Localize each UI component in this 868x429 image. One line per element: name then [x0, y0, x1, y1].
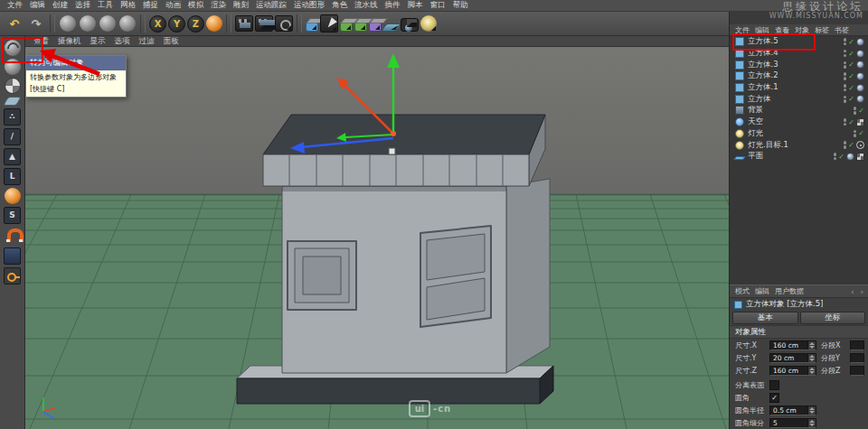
menu-item-渲染[interactable]: 渲染 [207, 0, 230, 11]
live-selection-icon[interactable] [60, 15, 76, 32]
model-mode-icon[interactable] [5, 59, 21, 75]
add-floor-icon[interactable] [381, 23, 401, 32]
auto-key-icon[interactable] [4, 267, 21, 284]
editor-visibility-dot[interactable] [834, 153, 837, 156]
am-menu-item-编辑[interactable]: 编辑 [752, 286, 772, 296]
menu-item-动画[interactable]: 动画 [162, 0, 184, 11]
render-visibility-dot[interactable] [844, 42, 847, 46]
am-menu-item-用户数据[interactable]: 用户数据 [772, 286, 807, 296]
menu-item-编辑[interactable]: 编辑 [26, 0, 49, 11]
move-tool-icon[interactable] [80, 15, 96, 32]
visibility-dots[interactable] [844, 95, 847, 103]
render-visibility-dot[interactable] [844, 89, 847, 92]
menu-item-角色[interactable]: 角色 [328, 0, 351, 11]
add-array-icon[interactable] [354, 22, 367, 32]
visibility-dots[interactable] [844, 83, 847, 91]
om-menu-item-书签[interactable]: 书签 [832, 25, 852, 35]
render-visibility-dot[interactable] [844, 77, 847, 80]
attr-input[interactable]: 160 cm [769, 366, 816, 376]
viewport-menu-item-摄像机[interactable]: 摄像机 [53, 36, 86, 47]
om-menu-item-编辑[interactable]: 编辑 [752, 25, 772, 35]
menu-item-捕捉[interactable]: 捕捉 [139, 0, 162, 11]
phong-tag-icon[interactable] [856, 61, 864, 69]
rotate-tool-icon[interactable] [119, 15, 136, 32]
object-row[interactable]: 立方体.3✓ [730, 59, 868, 70]
coordinate-system-icon[interactable] [206, 15, 222, 32]
render-view-icon[interactable] [235, 15, 253, 32]
object-row[interactable]: 灯光.目标.1✓ [730, 139, 868, 151]
editor-visibility-dot[interactable] [844, 72, 847, 76]
add-subdivision-surface-icon[interactable] [340, 22, 353, 32]
om-menu-item-文件[interactable]: 文件 [732, 25, 752, 35]
editor-visibility-dot[interactable] [844, 141, 847, 145]
viewport-menu-item-显示[interactable]: 显示 [86, 36, 110, 47]
gizmo-origin[interactable] [391, 131, 396, 136]
object-row[interactable]: 灯光✓ [730, 128, 868, 140]
render-visibility-dot[interactable] [844, 99, 847, 103]
editor-visibility-dot[interactable] [854, 107, 857, 110]
editor-visibility-dot[interactable] [854, 130, 857, 134]
menu-item-文件[interactable]: 文件 [4, 0, 26, 11]
menu-item-运动跟踪[interactable]: 运动跟踪 [252, 0, 290, 11]
spinner[interactable] [807, 419, 816, 427]
render-visibility-dot[interactable] [834, 157, 837, 161]
visibility-dots[interactable] [844, 72, 847, 80]
viewport-menu-item-面板[interactable]: 面板 [159, 36, 184, 47]
menu-item-插件[interactable]: 插件 [382, 0, 404, 11]
render-visibility-dot[interactable] [844, 65, 847, 69]
menu-item-工具[interactable]: 工具 [94, 0, 117, 11]
visibility-dots[interactable] [844, 117, 847, 126]
texture-tag-icon[interactable] [856, 153, 864, 161]
visibility-dots[interactable] [844, 49, 847, 57]
lock-z-axis-icon[interactable]: Z [187, 15, 204, 33]
enabled-check-icon[interactable]: ✓ [838, 153, 844, 161]
render-settings-icon[interactable] [275, 15, 293, 32]
phong-tag-icon[interactable] [856, 84, 864, 92]
texture-mode-icon[interactable] [5, 78, 21, 94]
checkbox[interactable]: ✓ [769, 393, 779, 403]
checkbox[interactable] [769, 380, 779, 390]
object-row[interactable]: 背景✓ [730, 105, 868, 117]
object-row[interactable]: 平面✓ [730, 151, 868, 163]
tab-coordinates[interactable]: 坐标 [800, 312, 866, 324]
phong-tag-icon[interactable] [846, 153, 854, 161]
visibility-dots[interactable] [854, 107, 857, 115]
om-menu-item-查看[interactable]: 查看 [772, 25, 792, 35]
edges-mode-icon[interactable]: / [4, 128, 21, 145]
render-visibility-dot[interactable] [844, 54, 847, 58]
menu-item-运动图形[interactable]: 运动图形 [290, 0, 328, 11]
om-menu-item-标签[interactable]: 标签 [812, 25, 832, 35]
object-row[interactable]: 立方体.5✓ [730, 36, 868, 48]
menu-item-雕刻[interactable]: 雕刻 [230, 0, 252, 11]
attr-input[interactable]: 160 cm [769, 340, 816, 350]
menu-item-流水线[interactable]: 流水线 [351, 0, 382, 11]
target-tag-icon[interactable] [856, 141, 864, 149]
render-visibility-dot[interactable] [854, 134, 857, 137]
menu-item-窗口[interactable]: 窗口 [427, 0, 449, 11]
add-camera-icon[interactable] [401, 18, 419, 32]
spinner[interactable] [807, 341, 816, 350]
spinner[interactable] [807, 406, 816, 415]
visibility-dots[interactable] [854, 129, 857, 137]
history-nav-icons[interactable]: ‹ › [851, 287, 865, 296]
render-visibility-dot[interactable] [844, 123, 847, 126]
add-deformer-icon[interactable] [369, 22, 382, 32]
editor-visibility-dot[interactable] [844, 38, 847, 42]
viewport-menu-item-选项[interactable]: 选项 [110, 36, 135, 47]
spinner[interactable] [807, 367, 816, 375]
workplane-mode-icon[interactable] [3, 97, 22, 106]
menu-item-网格[interactable]: 网格 [117, 0, 139, 11]
enabled-check-icon[interactable]: ✓ [848, 84, 854, 92]
render-visibility-dot[interactable] [844, 145, 847, 149]
workplane-lock-icon[interactable] [4, 247, 21, 265]
axis-mode-icon[interactable]: L [4, 168, 21, 185]
add-light-icon[interactable] [420, 15, 437, 32]
object-row[interactable]: 立方体.2✓ [730, 70, 868, 82]
object-properties-section[interactable]: 对象属性 [730, 325, 868, 339]
add-primitive-cube-icon[interactable] [306, 22, 318, 32]
object-row[interactable]: 天空✓ [730, 117, 868, 128]
snap-settings-icon[interactable]: S [4, 207, 21, 224]
redo-icon[interactable]: ↷ [26, 14, 46, 33]
menu-item-模拟[interactable]: 模拟 [184, 0, 207, 11]
lock-x-axis-icon[interactable]: X [149, 15, 166, 33]
